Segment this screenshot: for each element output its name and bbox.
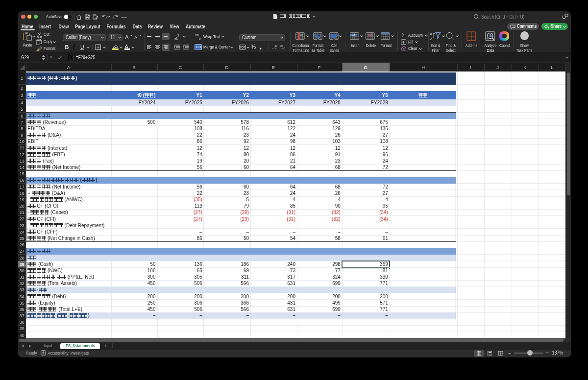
svg-text:→0: →0: [280, 47, 286, 50]
svg-text:ab: ab: [195, 33, 199, 37]
svg-text:ab: ab: [174, 36, 178, 40]
svg-text:A: A: [429, 32, 432, 36]
svg-text:Z: Z: [429, 37, 432, 41]
svg-text:.00: .00: [273, 45, 277, 48]
